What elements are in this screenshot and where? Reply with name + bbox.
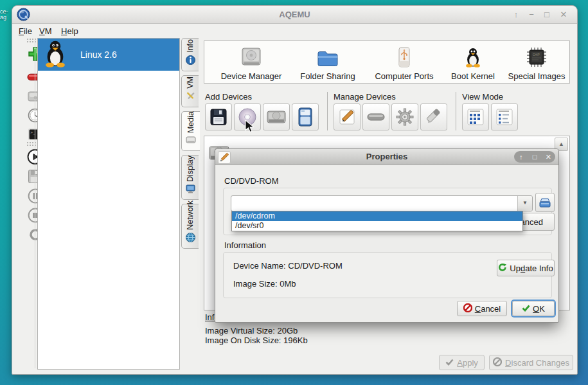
menu-file[interactable]: File: [16, 25, 35, 37]
monitor-icon: [186, 184, 195, 196]
group-label-add-devices: Add Devices: [205, 92, 252, 102]
apply-button[interactable]: Apply: [439, 355, 485, 370]
image-on-disk-size: Image On Disk Size: 196Kb: [205, 336, 308, 345]
window-titlebar[interactable]: AQEMU ↑ − □ ✕: [12, 6, 577, 24]
vm-name: Linux 2.6: [80, 49, 117, 60]
tab-vm[interactable]: VM: [181, 75, 199, 107]
folder-icon: [316, 48, 339, 70]
browse-image-button[interactable]: [535, 193, 555, 212]
chip-icon: CHIP: [526, 47, 547, 70]
media-drive-icon: [186, 136, 196, 147]
tab-info-label: Info: [186, 39, 195, 53]
rollup-button[interactable]: ↑: [510, 9, 522, 21]
dropdown-option-dev-sr0[interactable]: /dev/sr0: [232, 221, 522, 231]
delete-device-button[interactable]: [362, 103, 389, 130]
toolbar-boot-kernel[interactable]: Boot Kernel: [445, 42, 501, 81]
dropdown-option-dev-cdrom[interactable]: /dev/cdrom: [232, 211, 522, 221]
menu-help[interactable]: Help: [58, 25, 81, 37]
update-info-button[interactable]: Update Info: [497, 260, 555, 276]
properties-dialog: Properties ↑ □ ✕ CD/DVD-ROM ▼ Advanced /…: [215, 148, 559, 323]
chevron-down-icon[interactable]: ▼: [517, 196, 532, 211]
svg-text:CHIP: CHIP: [533, 53, 540, 57]
tab-media[interactable]: Media: [181, 111, 200, 151]
maximize-button[interactable]: □: [541, 9, 553, 21]
usb-stick-icon: [397, 47, 411, 70]
ok-button[interactable]: OK: [512, 301, 555, 316]
group-label-view-mode: View Mode: [462, 92, 503, 102]
toolbar-group-separator: [327, 92, 328, 130]
toolbar-label: Folder Sharing: [300, 71, 355, 81]
tab-media-label: Media: [186, 111, 195, 133]
tab-display[interactable]: Display: [181, 155, 199, 200]
vm-list-item-linux[interactable]: Linux 2.6: [38, 39, 179, 71]
toolbar-computer-ports[interactable]: Computer Ports: [369, 42, 440, 81]
add-hdd-button[interactable]: [263, 103, 290, 130]
toolbar-label: Device Manager: [221, 71, 282, 81]
list-view-button[interactable]: [491, 103, 518, 130]
device-settings-button[interactable]: [391, 103, 418, 130]
ok-label: OK: [533, 304, 545, 314]
toolbar-separator: [35, 38, 35, 368]
prohibition-icon: [493, 357, 502, 368]
format-device-button[interactable]: [420, 103, 447, 130]
discard-label: Discard Changes: [505, 358, 569, 368]
refresh-icon: [498, 263, 507, 274]
image-virtual-size: Image Virtual Size: 20Gb: [205, 326, 298, 336]
tab-info[interactable]: Info: [181, 38, 199, 71]
menu-vm[interactable]: VM: [37, 25, 55, 37]
discard-changes-button[interactable]: Discard Changes: [489, 355, 573, 370]
tux-icon: [42, 39, 69, 70]
information-heading: Information: [224, 240, 266, 250]
device-toolbar: Device Manager Folder Sharing Computer P…: [204, 40, 570, 84]
group-label-manage-devices: Manage Devices: [334, 92, 396, 102]
tab-network[interactable]: Network: [181, 204, 199, 249]
desktop: ce- ag AQEMU ↑ − □ ✕ File VM Help: [0, 0, 588, 385]
apply-label: Apply: [457, 358, 478, 368]
globe-icon: [186, 233, 195, 245]
desktop-icon-label-fragment: ag: [0, 14, 10, 21]
cancel-button[interactable]: Cancel: [457, 301, 507, 316]
cd-dvd-rom-label: CD/DVD-ROM: [224, 176, 279, 186]
cd-source-combobox[interactable]: ▼: [231, 195, 533, 211]
image-size-value: Image Size: 0Mb: [233, 279, 296, 289]
window-title: AQEMU: [12, 10, 577, 19]
dialog-titlebar[interactable]: Properties ↑ □ ✕: [215, 149, 558, 165]
cancel-label: Cancel: [475, 304, 501, 314]
tab-display-label: Display: [186, 156, 195, 182]
dialog-controls: ↑ □ ✕: [514, 151, 555, 163]
vm-list[interactable]: Linux 2.6: [37, 38, 180, 370]
toolbar-label: Computer Ports: [375, 71, 433, 81]
cd-source-dropdown: /dev/cdrom /dev/sr0: [231, 211, 523, 231]
add-floppy-button[interactable]: [205, 103, 232, 130]
dialog-maximize-button[interactable]: □: [529, 151, 540, 163]
cancel-icon: [463, 303, 472, 314]
close-button[interactable]: ✕: [558, 9, 569, 21]
dialog-close-button[interactable]: ✕: [542, 151, 554, 163]
toolbar-folder-sharing[interactable]: Folder Sharing: [294, 42, 361, 81]
minimize-button[interactable]: −: [526, 9, 537, 21]
toolbar-device-manager[interactable]: Device Manager: [216, 42, 287, 81]
add-cdrom-button[interactable]: [234, 103, 261, 130]
toolbar-special-images[interactable]: CHIP Special Images: [505, 42, 568, 81]
hdd-icon: [240, 47, 263, 70]
ok-check-icon: [522, 304, 530, 314]
check-icon: [445, 358, 454, 368]
tab-network-label: Network: [186, 201, 195, 230]
dialog-rollup-button[interactable]: ↑: [515, 151, 527, 163]
tux-icon: [463, 47, 483, 70]
toolbar-group-separator: [456, 92, 456, 130]
add-storage-button[interactable]: [292, 103, 319, 130]
info-icon: [186, 55, 195, 67]
edit-device-button[interactable]: [334, 103, 361, 130]
combobox-value: [231, 196, 517, 211]
icon-view-button[interactable]: [462, 103, 489, 130]
update-info-label: Update Info: [510, 264, 553, 273]
menu-bar: File VM Help: [12, 24, 577, 38]
tab-vm-label: VM: [186, 76, 195, 89]
device-name-value: Device Name: CD/DVD-ROM: [233, 261, 343, 271]
toolbar-label: Special Images: [508, 71, 566, 81]
dialog-title: Properties: [215, 152, 558, 161]
tools-icon: [186, 91, 195, 103]
toolbar-label: Boot Kernel: [451, 71, 495, 81]
